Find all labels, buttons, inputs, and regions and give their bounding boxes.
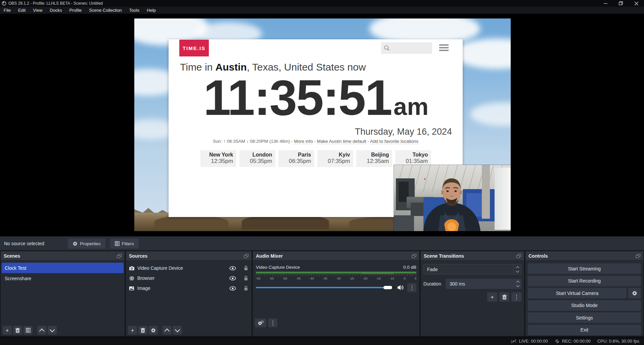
volume-slider-handle[interactable] (383, 286, 392, 289)
sun-times: Sun: ↑ 06:35AM ↓ 08:20PM (13h 46m) - (213, 139, 294, 144)
chair-back (394, 215, 414, 231)
studio-mode-button[interactable]: Studio Mode (528, 300, 641, 311)
world-clock-item[interactable]: Paris 06:35pm (278, 150, 314, 167)
menu-item[interactable]: Tools (126, 7, 143, 14)
search-input[interactable] (392, 45, 430, 51)
visibility-eye-icon[interactable] (229, 286, 236, 291)
menu-item[interactable]: Scene Collection (85, 7, 126, 14)
popout-icon[interactable] (516, 254, 521, 258)
maximize-button[interactable] (613, 0, 629, 7)
start-streaming-button[interactable]: Start Streaming (528, 263, 641, 274)
source-row[interactable]: Browser (126, 273, 251, 283)
move-source-up-button[interactable] (163, 326, 172, 335)
program-video[interactable]: TIME.IS Time in Austin, Texas, United St… (134, 18, 511, 231)
timeis-search-box[interactable] (381, 42, 432, 54)
lock-icon[interactable] (244, 265, 248, 271)
menu-item[interactable]: File (0, 7, 14, 14)
filters-button[interactable]: Filters (110, 239, 139, 249)
rec-status: REC: 00:00:00 (555, 339, 591, 344)
lock-icon[interactable] (244, 275, 248, 281)
move-scene-up-button[interactable] (37, 326, 46, 335)
source-row[interactable]: Image (126, 283, 251, 293)
trash-icon (15, 328, 20, 333)
popout-icon[interactable] (412, 254, 416, 258)
virtual-camera-config-button[interactable] (628, 288, 641, 298)
double-gear-icon (258, 320, 264, 326)
volume-slider[interactable] (256, 287, 395, 288)
globe-icon (129, 276, 134, 281)
menu-item[interactable]: Edit (14, 7, 29, 14)
remove-source-button[interactable] (138, 326, 147, 335)
properties-button[interactable]: Properties (68, 239, 105, 249)
close-button[interactable] (629, 0, 644, 7)
speaker-icon[interactable] (398, 285, 404, 290)
plus-icon: + (491, 294, 494, 300)
remove-transition-button[interactable] (499, 292, 509, 302)
source-properties-button[interactable] (149, 326, 158, 335)
add-transition-button[interactable]: + (487, 292, 497, 302)
source-row[interactable]: Video Capture Device (126, 263, 251, 273)
settings-button[interactable]: Settings (528, 312, 641, 323)
remove-scene-button[interactable] (13, 326, 22, 335)
chevron-up-icon (39, 328, 45, 334)
transition-select[interactable]: Fade (423, 264, 521, 274)
add-favorite-link[interactable]: Add to favorite locations (370, 139, 418, 144)
menu-item[interactable]: Docks (46, 7, 65, 14)
world-clock-city: Beijing (356, 152, 389, 158)
world-clock-time: 07:35pm (317, 158, 350, 165)
start-recording-button[interactable]: Start Recording (528, 276, 641, 286)
visibility-eye-icon[interactable] (229, 276, 236, 281)
window-title: OBS 29.1.2 - Profile: LLHLS BETA - Scene… (8, 1, 103, 6)
world-clock-item[interactable]: Kyiv 07:35pm (317, 150, 353, 167)
preview-area[interactable]: TIME.IS Time in Austin, Texas, United St… (0, 14, 644, 236)
exit-button[interactable]: Exit (528, 325, 641, 335)
make-default-link[interactable]: Make Austin time default (317, 139, 366, 144)
visibility-eye-icon[interactable] (229, 266, 236, 270)
move-scene-down-button[interactable] (48, 326, 57, 335)
world-clock-city: London (239, 152, 272, 158)
transition-menu-button[interactable]: ⋮ (511, 292, 521, 302)
scene-transitions-header: Scene Transitions (421, 251, 524, 261)
webcam-overlay[interactable] (394, 165, 511, 231)
chevron-down-icon (175, 327, 180, 332)
no-source-status: No source selected (4, 241, 68, 246)
obs-window: OBS 29.1.2 - Profile: LLHLS BETA - Scene… (0, 0, 644, 345)
popout-icon[interactable] (244, 254, 248, 258)
mixer-menu-button[interactable]: ⋮ (268, 318, 277, 327)
chevron-up-icon (165, 328, 170, 334)
trash-icon (502, 295, 507, 300)
live-status: LIVE: 00:00:00 (510, 339, 548, 344)
add-scene-button[interactable]: + (3, 326, 12, 335)
menu-item[interactable]: Profile (65, 7, 85, 14)
minimize-button[interactable] (598, 0, 613, 7)
combo-spinner[interactable] (513, 264, 521, 274)
transition-selected-value: Fade (427, 267, 438, 272)
timeis-logo[interactable]: TIME.IS (179, 40, 209, 56)
world-clock-item[interactable]: New York 12:35pm (200, 150, 236, 167)
advanced-audio-button[interactable] (255, 318, 266, 327)
duration-spinbox[interactable]: 300 ms (446, 279, 521, 289)
status-bar: LIVE: 00:00:00 REC: 00:00:00 CPU: 0.6%, … (0, 337, 644, 345)
source-label: Browser (137, 275, 225, 281)
scene-item[interactable]: Screenshare (2, 273, 124, 284)
menu-item[interactable]: Help (143, 7, 159, 14)
mixer-channel-menu-button[interactable]: ⋮ (407, 283, 416, 292)
hamburger-menu-icon[interactable] (439, 44, 449, 51)
scene-filters-button[interactable] (24, 326, 33, 335)
world-clock-item[interactable]: London 05:35pm (239, 150, 275, 167)
popout-icon[interactable] (636, 254, 640, 258)
popout-icon[interactable] (117, 254, 122, 258)
add-source-button[interactable]: + (128, 326, 137, 335)
menu-item[interactable]: View (29, 7, 46, 14)
world-clock-item[interactable]: Tokyo 01:35am (395, 150, 431, 167)
world-clock-item[interactable]: Beijing 12:35am (356, 150, 392, 167)
duration-spinner[interactable] (514, 279, 521, 289)
move-source-down-button[interactable] (173, 326, 182, 335)
current-date: Thursday, May 16, 2024 (180, 127, 452, 137)
source-label: Image (137, 286, 225, 291)
world-clock-time: 06:35pm (278, 158, 311, 165)
start-virtual-camera-button[interactable]: Start Virtual Camera (528, 288, 627, 298)
more-info-link[interactable]: More info (294, 139, 313, 144)
lock-icon[interactable] (244, 286, 248, 291)
scene-item[interactable]: Clock Test (2, 263, 124, 273)
